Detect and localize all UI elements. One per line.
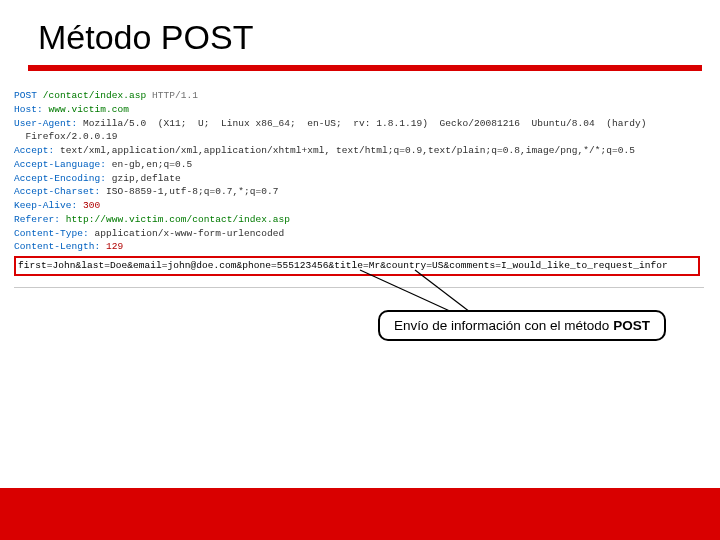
- header-cl-name: Content-Length:: [14, 241, 100, 252]
- http-method: POST: [14, 90, 37, 101]
- header-ct-name: Content-Type:: [14, 228, 89, 239]
- header-accenc-value: gzip,deflate: [112, 173, 181, 184]
- header-keepalive-name: Keep-Alive:: [14, 200, 77, 211]
- http-body: first=John&last=Doe&email=john@doe.com&p…: [18, 260, 668, 271]
- header-keepalive-value: 300: [83, 200, 100, 211]
- callout-text: Envío de información con el método POST: [394, 318, 650, 333]
- http-protocol: HTTP/1.1: [152, 90, 198, 101]
- header-acccs-value: ISO-8859-1,utf-8;q=0.7,*;q=0.7: [106, 186, 279, 197]
- footer-bar: [0, 488, 720, 540]
- header-accenc-name: Accept-Encoding:: [14, 173, 106, 184]
- header-acccs-name: Accept-Charset:: [14, 186, 100, 197]
- header-referer-name: Referer:: [14, 214, 60, 225]
- http-body-highlight: first=John&last=Doe&email=john@doe.com&p…: [14, 256, 700, 276]
- header-ua-value-2: Firefox/2.0.0.19: [26, 131, 118, 142]
- http-request-block: POST /contact/index.asp HTTP/1.1 Host: w…: [0, 71, 720, 285]
- header-cl-value: 129: [106, 241, 123, 252]
- header-acclang-value: en-gb,en;q=0.5: [112, 159, 193, 170]
- header-ua-name: User-Agent:: [14, 118, 77, 129]
- http-path: /contact/index.asp: [43, 90, 147, 101]
- header-accept-value: text/xml,application/xml,application/xht…: [60, 145, 635, 156]
- callout-box: Envío de información con el método POST: [378, 310, 666, 341]
- header-acclang-name: Accept-Language:: [14, 159, 106, 170]
- header-ct-value: application/x-www-form-urlencoded: [95, 228, 285, 239]
- header-host-value: www.victim.com: [49, 104, 130, 115]
- header-ua-value: Mozilla/5.0 (X11; U; Linux x86_64; en-US…: [83, 118, 647, 129]
- slide-title: Método POST: [0, 0, 720, 65]
- header-referer-value: http://www.victim.com/contact/index.asp: [66, 214, 290, 225]
- block-bottom-rule: [14, 287, 704, 288]
- header-host-name: Host:: [14, 104, 43, 115]
- header-accept-name: Accept:: [14, 145, 54, 156]
